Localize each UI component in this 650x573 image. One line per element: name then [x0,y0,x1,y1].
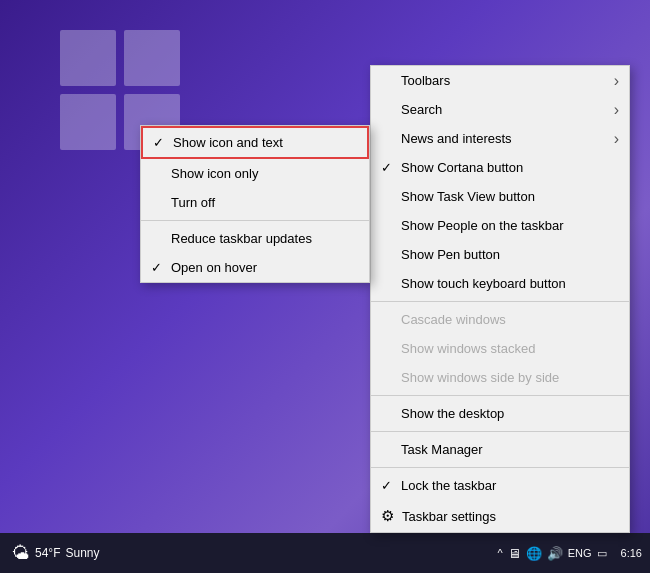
context-menu-sub: ✓ Show icon and text Show icon only Turn… [140,125,370,283]
taskbar: 🌤 54°F Sunny ^ 🖥 🌐 🔊 ENG ▭ 6:16 [0,533,650,573]
gear-icon: ⚙ [381,507,394,525]
desktop-icon[interactable]: ▭ [597,547,607,560]
show-icon-only-label: Show icon only [171,166,258,181]
menu-item-taskview[interactable]: Show Task View button [371,182,629,211]
menu-item-people[interactable]: Show People on the taskbar [371,211,629,240]
menu-item-reduce-updates[interactable]: Reduce taskbar updates [141,224,369,253]
network-icon[interactable]: 🌐 [526,546,542,561]
lock-taskbar-label: Lock the taskbar [401,478,496,493]
menu-item-stacked: Show windows stacked [371,334,629,363]
show-icon-text-label: Show icon and text [173,135,283,150]
taskbar-time: 6:16 [621,546,642,560]
weather-icon: 🌤 [12,543,30,564]
menu-item-taskbar-settings[interactable]: ⚙ Taskbar settings [371,500,629,532]
taskview-label: Show Task View button [401,189,535,204]
menu-item-show-icon-text[interactable]: ✓ Show icon and text [141,126,369,159]
touch-keyboard-label: Show touch keyboard button [401,276,566,291]
weather-condition: Sunny [65,546,99,560]
turn-off-label: Turn off [171,195,215,210]
menu-item-toolbars[interactable]: Toolbars [371,66,629,95]
open-on-hover-label: Open on hover [171,260,257,275]
divider-3 [371,431,629,432]
divider-4 [371,467,629,468]
open-on-hover-check: ✓ [151,260,162,275]
side-by-side-label: Show windows side by side [401,370,559,385]
reduce-updates-label: Reduce taskbar updates [171,231,312,246]
menu-item-side-by-side: Show windows side by side [371,363,629,392]
menu-item-open-on-hover[interactable]: ✓ Open on hover [141,253,369,282]
taskbar-settings-label: Taskbar settings [402,509,496,524]
cortana-check: ✓ [381,160,392,175]
people-label: Show People on the taskbar [401,218,564,233]
cortana-label: Show Cortana button [401,160,523,175]
systray-icons: ^ 🖥 🌐 🔊 ENG ▭ [498,546,607,561]
show-icon-text-check: ✓ [153,135,164,150]
menu-item-show-icon-only[interactable]: Show icon only [141,159,369,188]
system-tray: ^ 🖥 🌐 🔊 ENG ▭ 6:16 [498,546,642,561]
menu-item-news-interests[interactable]: News and interests [371,124,629,153]
divider-2 [371,395,629,396]
menu-item-lock-taskbar[interactable]: ✓ Lock the taskbar [371,471,629,500]
menu-item-cascade: Cascade windows [371,305,629,334]
divider-1 [371,301,629,302]
menu-item-task-manager[interactable]: Task Manager [371,435,629,464]
search-label: Search [401,102,442,117]
desktop: Toolbars Search News and interests ✓ Sho… [0,0,650,573]
stacked-label: Show windows stacked [401,341,535,356]
menu-item-pen[interactable]: Show Pen button [371,240,629,269]
weather-temp: 54°F [35,546,60,560]
pen-label: Show Pen button [401,247,500,262]
taskbar-weather[interactable]: 🌤 54°F Sunny [12,543,100,564]
lock-taskbar-check: ✓ [381,478,392,493]
cascade-label: Cascade windows [401,312,506,327]
show-desktop-label: Show the desktop [401,406,504,421]
volume-icon[interactable]: 🔊 [547,546,563,561]
sub-divider-1 [141,220,369,221]
menu-item-show-cortana[interactable]: ✓ Show Cortana button [371,153,629,182]
menu-item-show-desktop[interactable]: Show the desktop [371,399,629,428]
task-manager-label: Task Manager [401,442,483,457]
context-menu-main: Toolbars Search News and interests ✓ Sho… [370,65,630,533]
menu-item-search[interactable]: Search [371,95,629,124]
news-interests-label: News and interests [401,131,512,146]
menu-item-turn-off[interactable]: Turn off [141,188,369,217]
notification-icon[interactable]: 🖥 [508,546,521,561]
toolbars-label: Toolbars [401,73,450,88]
lang-label[interactable]: ENG [568,547,592,559]
menu-item-touch-keyboard[interactable]: Show touch keyboard button [371,269,629,298]
caret-icon[interactable]: ^ [498,547,503,559]
